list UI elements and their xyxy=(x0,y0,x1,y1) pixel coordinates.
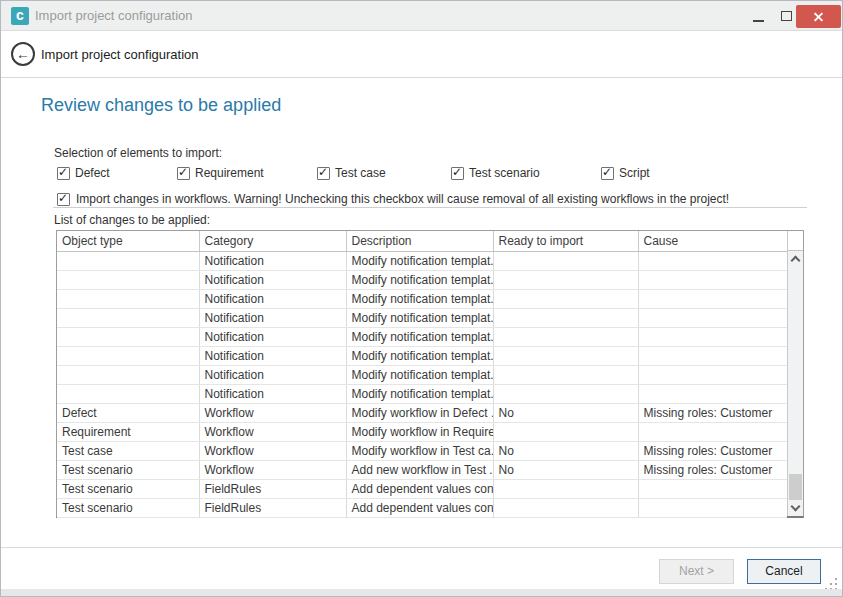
table-cell[interactable]: Modify notification templat... xyxy=(346,365,493,384)
table-cell[interactable] xyxy=(638,384,787,403)
table-row[interactable]: DefectWorkflowModify workflow in Defect … xyxy=(57,403,787,422)
next-button[interactable]: Next > xyxy=(659,559,734,584)
table-cell[interactable]: Notification xyxy=(199,270,346,289)
table-cell[interactable]: No xyxy=(493,441,638,460)
checkbox-defect[interactable]: ✓Defect xyxy=(57,164,110,182)
table-cell[interactable]: Notification xyxy=(199,308,346,327)
table-cell[interactable] xyxy=(57,327,199,346)
table-cell[interactable] xyxy=(493,384,638,403)
close-button[interactable] xyxy=(796,5,841,28)
table-cell[interactable]: Notification xyxy=(199,327,346,346)
table-cell[interactable] xyxy=(493,270,638,289)
table-cell[interactable]: Modify notification templat... xyxy=(346,270,493,289)
table-cell[interactable]: Notification xyxy=(199,289,346,308)
table-cell[interactable] xyxy=(638,270,787,289)
table-cell[interactable] xyxy=(638,498,787,517)
table-row[interactable]: Test scenarioFieldRulesAdd dependent val… xyxy=(57,479,787,498)
table-cell[interactable]: Missing roles: Customer xyxy=(638,460,787,479)
table-row[interactable]: Test scenarioWorkflowAdd new workflow in… xyxy=(57,460,787,479)
table-row[interactable]: NotificationModify notification templat.… xyxy=(57,270,787,289)
table-cell[interactable]: Workflow xyxy=(199,441,346,460)
table-cell[interactable]: FieldRules xyxy=(199,498,346,517)
checkbox-test-case[interactable]: ✓Test case xyxy=(317,164,386,182)
vertical-scrollbar[interactable] xyxy=(787,231,803,516)
scrollbar-thumb[interactable] xyxy=(789,474,802,500)
table-cell[interactable]: Workflow xyxy=(199,403,346,422)
checkbox-box[interactable]: ✓ xyxy=(317,167,330,180)
column-header[interactable]: Category xyxy=(199,231,346,251)
table-cell[interactable]: FieldRules xyxy=(199,479,346,498)
table-cell[interactable]: Requirement xyxy=(57,422,199,441)
table-cell[interactable]: Workflow xyxy=(199,422,346,441)
table-cell[interactable]: Add new workflow in Test ... xyxy=(346,460,493,479)
table-cell[interactable] xyxy=(57,365,199,384)
table-cell[interactable]: Add dependent values con... xyxy=(346,498,493,517)
table-row[interactable]: NotificationModify notification templat.… xyxy=(57,289,787,308)
table-cell[interactable]: No xyxy=(493,460,638,479)
table-cell[interactable]: Modify workflow in Test ca... xyxy=(346,441,493,460)
table-cell[interactable]: Notification xyxy=(199,365,346,384)
table-cell[interactable]: Modify workflow in Require... xyxy=(346,422,493,441)
table-cell[interactable] xyxy=(638,327,787,346)
checkbox-import-changes-in-workflows[interactable]: ✓ Import changes in workflows. Warning! … xyxy=(57,190,729,208)
column-header[interactable]: Description xyxy=(346,231,493,251)
table-cell[interactable] xyxy=(493,498,638,517)
table-cell[interactable] xyxy=(638,346,787,365)
table-cell[interactable] xyxy=(493,308,638,327)
table-cell[interactable] xyxy=(57,308,199,327)
table-cell[interactable] xyxy=(493,251,638,270)
table-cell[interactable]: Missing roles: Customer xyxy=(638,441,787,460)
table-cell[interactable]: Notification xyxy=(199,346,346,365)
table-row[interactable]: NotificationModify notification templat.… xyxy=(57,308,787,327)
table-row[interactable]: Test scenarioFieldRulesAdd dependent val… xyxy=(57,498,787,517)
table-cell[interactable] xyxy=(493,346,638,365)
cancel-button[interactable]: Cancel xyxy=(747,559,821,584)
table-row[interactable]: NotificationModify notification templat.… xyxy=(57,365,787,384)
scroll-down-icon[interactable] xyxy=(791,502,801,512)
checkbox-box[interactable]: ✓ xyxy=(57,167,70,180)
table-cell[interactable] xyxy=(638,479,787,498)
table-cell[interactable] xyxy=(638,251,787,270)
table-cell[interactable] xyxy=(493,479,638,498)
table-row[interactable]: NotificationModify notification templat.… xyxy=(57,384,787,403)
table-cell[interactable]: Modify notification templat... xyxy=(346,327,493,346)
table-cell[interactable]: Defect xyxy=(57,403,199,422)
table-cell[interactable] xyxy=(57,384,199,403)
table-cell[interactable]: No xyxy=(493,403,638,422)
table-cell[interactable] xyxy=(638,308,787,327)
table-cell[interactable]: Add dependent values con... xyxy=(346,479,493,498)
checkbox-test-scenario[interactable]: ✓Test scenario xyxy=(451,164,540,182)
table-cell[interactable]: Modify notification templat... xyxy=(346,308,493,327)
column-header[interactable]: Ready to import xyxy=(493,231,638,251)
checkbox-box[interactable]: ✓ xyxy=(57,193,70,206)
minimize-button[interactable] xyxy=(747,5,771,27)
checkbox-box[interactable]: ✓ xyxy=(177,167,190,180)
table-cell[interactable]: Workflow xyxy=(199,460,346,479)
table-cell[interactable] xyxy=(638,289,787,308)
table-cell[interactable] xyxy=(493,422,638,441)
table-cell[interactable]: Modify notification templat... xyxy=(346,289,493,308)
table-cell[interactable]: Missing roles: Customer xyxy=(638,403,787,422)
table-cell[interactable]: Notification xyxy=(199,384,346,403)
table-cell[interactable] xyxy=(57,289,199,308)
table-cell[interactable]: Test scenario xyxy=(57,460,199,479)
table-cell[interactable]: Modify workflow in Defect ... xyxy=(346,403,493,422)
table-cell[interactable] xyxy=(638,422,787,441)
column-header[interactable]: Cause xyxy=(638,231,787,251)
table-row[interactable]: NotificationModify notification templat.… xyxy=(57,346,787,365)
column-header[interactable]: Object type xyxy=(57,231,199,251)
scrollbar-track[interactable] xyxy=(788,251,803,516)
table-row[interactable]: Test caseWorkflowModify workflow in Test… xyxy=(57,441,787,460)
table-row[interactable]: NotificationModify notification templat.… xyxy=(57,251,787,270)
table-cell[interactable] xyxy=(493,289,638,308)
back-button[interactable]: ← xyxy=(11,42,35,66)
table-cell[interactable] xyxy=(493,365,638,384)
table-cell[interactable]: Test scenario xyxy=(57,479,199,498)
table-row[interactable]: NotificationModify notification templat.… xyxy=(57,327,787,346)
table-cell[interactable] xyxy=(57,251,199,270)
table-cell[interactable] xyxy=(57,346,199,365)
checkbox-box[interactable]: ✓ xyxy=(451,167,464,180)
table-cell[interactable] xyxy=(638,365,787,384)
table-cell[interactable]: Test case xyxy=(57,441,199,460)
table-cell[interactable]: Modify notification templat... xyxy=(346,251,493,270)
